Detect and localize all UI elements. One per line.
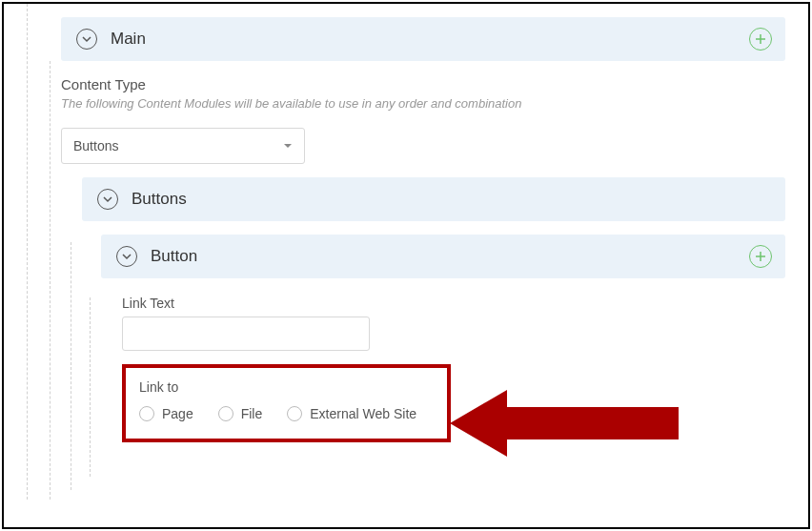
radio-option-page[interactable]: Page xyxy=(139,406,193,421)
content-type-dropdown[interactable]: Buttons xyxy=(61,128,305,164)
content-type-block: Content Type The following Content Modul… xyxy=(61,76,789,164)
link-text-block: Link Text xyxy=(122,296,789,351)
content-type-label: Content Type xyxy=(61,76,789,92)
radio-icon xyxy=(218,406,233,421)
annotation-arrow xyxy=(450,380,698,466)
link-to-radio-group: Page File External Web Site xyxy=(139,406,434,421)
panel-header-button[interactable]: Button xyxy=(101,235,785,278)
radio-option-external[interactable]: External Web Site xyxy=(287,406,416,421)
panel-header-main[interactable]: Main xyxy=(61,17,785,61)
add-icon[interactable] xyxy=(749,245,772,268)
link-text-label: Link Text xyxy=(122,296,789,311)
radio-icon xyxy=(139,406,154,421)
radio-option-file[interactable]: File xyxy=(218,406,263,421)
panel-title-button: Button xyxy=(151,247,197,266)
tree-line xyxy=(27,4,28,500)
link-to-highlight-box: Link to Page File External Web Site xyxy=(122,364,451,442)
panel-title-buttons: Buttons xyxy=(132,190,187,209)
panel-header-buttons[interactable]: Buttons xyxy=(82,177,785,221)
dropdown-selected: Buttons xyxy=(73,138,118,153)
radio-label: File xyxy=(241,406,263,421)
chevron-down-icon[interactable] xyxy=(116,246,137,267)
tree-line xyxy=(90,297,91,477)
tree-line xyxy=(50,61,51,500)
panel-title-main: Main xyxy=(111,30,146,49)
content-type-helper: The following Content Modules will be av… xyxy=(61,96,789,111)
link-text-input[interactable] xyxy=(122,317,370,351)
link-to-label: Link to xyxy=(139,379,434,395)
chevron-down-icon[interactable] xyxy=(76,29,97,50)
radio-label: Page xyxy=(162,406,193,421)
chevron-down-icon[interactable] xyxy=(97,189,118,210)
caret-down-icon xyxy=(283,137,293,154)
radio-label: External Web Site xyxy=(310,406,416,421)
svg-marker-0 xyxy=(450,390,679,457)
add-icon[interactable] xyxy=(749,28,772,51)
radio-icon xyxy=(287,406,302,421)
tree-line xyxy=(71,242,71,490)
